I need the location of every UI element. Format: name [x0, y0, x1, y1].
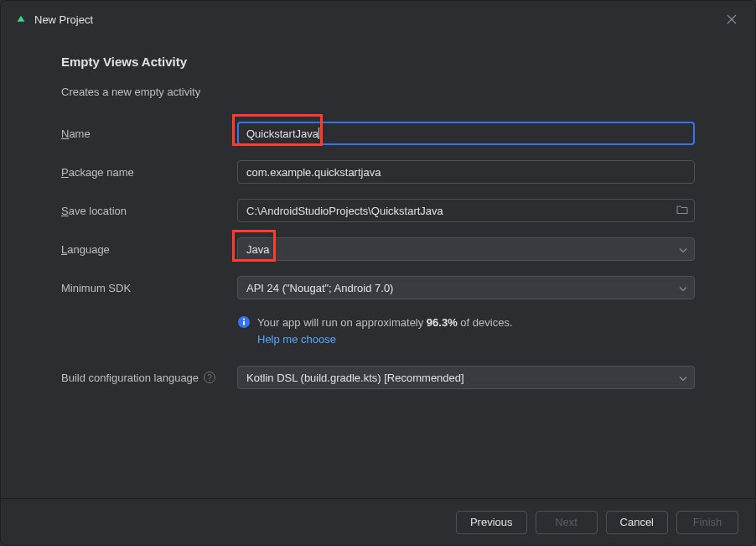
save-location-label: Save location — [61, 205, 237, 217]
language-label: Language — [61, 243, 237, 256]
name-input[interactable]: QuickstartJava — [237, 122, 695, 145]
cancel-button[interactable]: Cancel — [606, 511, 668, 534]
folder-icon — [676, 205, 688, 215]
min-sdk-label: Minimum SDK — [61, 282, 237, 294]
min-sdk-select[interactable]: API 24 ("Nougat"; Android 7.0) — [237, 276, 695, 299]
info-icon — [237, 315, 251, 331]
chevron-down-icon — [679, 282, 687, 294]
browse-folder-button[interactable] — [676, 205, 688, 217]
close-button[interactable] — [722, 9, 742, 29]
build-config-label: Build configuration language ? — [61, 372, 237, 384]
chevron-down-icon — [679, 372, 687, 384]
app-icon — [14, 13, 28, 26]
previous-button[interactable]: Previous — [456, 511, 527, 534]
name-label: Name — [61, 127, 237, 140]
svg-point-1 — [243, 318, 245, 320]
finish-button: Finish — [676, 511, 738, 534]
page-heading: Empty Views Activity — [61, 55, 695, 69]
help-me-choose-link[interactable]: Help me choose — [257, 331, 513, 348]
svg-rect-2 — [243, 321, 245, 325]
package-name-label: Package name — [61, 166, 237, 179]
close-icon — [727, 14, 737, 24]
save-location-input[interactable] — [237, 199, 695, 222]
window-title: New Project — [34, 13, 715, 26]
page-subheading: Creates a new empty activity — [61, 86, 695, 98]
next-button: Next — [536, 511, 598, 534]
language-select[interactable]: Java — [237, 237, 695, 261]
device-coverage-text: Your app will run on approximately 96.3%… — [257, 315, 513, 347]
build-config-select[interactable]: Kotlin DSL (build.gradle.kts) [Recommend… — [237, 366, 695, 389]
package-name-input[interactable] — [237, 160, 695, 184]
chevron-down-icon — [679, 243, 687, 256]
help-icon[interactable]: ? — [204, 372, 215, 383]
